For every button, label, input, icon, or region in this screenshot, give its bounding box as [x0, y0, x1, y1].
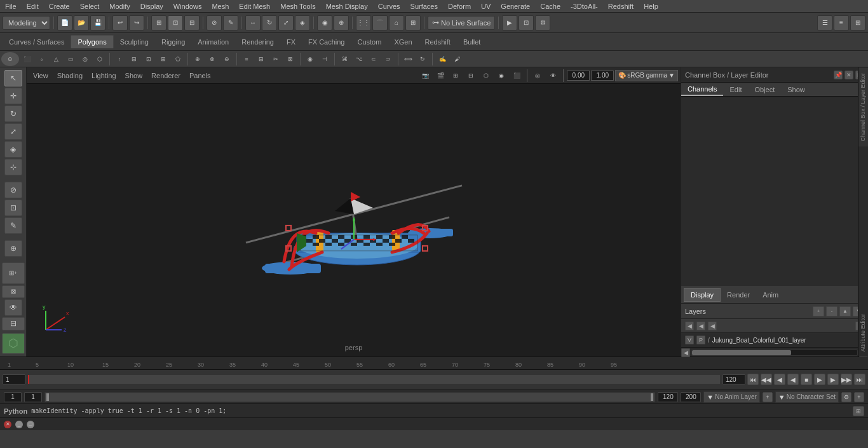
poly-cyl-btn[interactable]: ⬦	[34, 52, 48, 66]
menu-help[interactable]: Help	[639, 1, 663, 11]
ch-tab-show[interactable]: Show	[781, 84, 811, 95]
mirror-btn[interactable]: ⊣	[318, 52, 332, 66]
range-end-120-input[interactable]	[658, 392, 678, 402]
end-frame-input[interactable]	[722, 374, 745, 384]
soft-modification-btn[interactable]: ◉	[317, 15, 332, 31]
select-tool[interactable]: ↖	[4, 70, 22, 86]
move-tool[interactable]: ✛	[4, 88, 22, 104]
menu-create[interactable]: Create	[44, 1, 75, 11]
menu-windows[interactable]: Windows	[168, 1, 207, 11]
menu-edit[interactable]: Edit	[22, 1, 44, 11]
color-space-btn[interactable]: 🎨 sRGB gamma ▼	[615, 70, 678, 81]
range-bar[interactable]	[44, 392, 655, 402]
menu-mesh-display[interactable]: Mesh Display	[321, 1, 373, 11]
bridge-btn[interactable]: ⊟	[127, 52, 141, 66]
translate-tool-btn[interactable]: ↔	[245, 15, 261, 31]
lasso-btn[interactable]: ⊘	[207, 15, 222, 31]
current-frame-input[interactable]	[3, 374, 25, 384]
char-set-btn2[interactable]: +	[854, 392, 864, 402]
vp-grid-btn[interactable]: ⊞	[449, 69, 463, 83]
ch-tab-edit[interactable]: Edit	[723, 84, 748, 95]
poly-torus-btn[interactable]: ◎	[78, 52, 92, 66]
next-frame-btn[interactable]: ▶▶	[841, 374, 852, 385]
ipr-render-btn[interactable]: ⊡	[519, 15, 534, 31]
smooth-btn[interactable]: ◉	[303, 52, 317, 66]
tab-xgen[interactable]: XGen	[388, 36, 418, 48]
menu-select[interactable]: Select	[75, 1, 105, 11]
attribute-editor-toggle[interactable]: ≡	[834, 15, 849, 31]
menu-surfaces[interactable]: Surfaces	[405, 1, 443, 11]
menu-file[interactable]: File	[0, 1, 22, 11]
poly-sphere-btn[interactable]: ⊙	[1, 52, 19, 66]
menu-display[interactable]: Display	[135, 1, 168, 11]
skip-end-btn[interactable]: ⏭	[854, 374, 865, 385]
ch-tab-object[interactable]: Object	[748, 84, 781, 95]
window-maximize-btn[interactable]: □	[27, 421, 34, 428]
layers-scroll-track[interactable]	[691, 350, 858, 356]
vp-xray-btn[interactable]: ◎	[531, 69, 545, 83]
tab-rendering[interactable]: Rendering	[235, 36, 280, 48]
menu-deform[interactable]: Deform	[443, 1, 476, 11]
tab-redshift[interactable]: Redshift	[419, 36, 457, 48]
tab-rigging[interactable]: Rigging	[155, 36, 191, 48]
viewport-canvas[interactable]: x y z persp	[27, 84, 681, 356]
layer-playback-btn[interactable]: P	[696, 336, 705, 344]
redo-btn[interactable]: ↪	[129, 15, 144, 31]
menu-cache[interactable]: Cache	[535, 1, 566, 11]
scale-tool-btn[interactable]: ⤢	[278, 15, 294, 31]
show-manipulator-btn[interactable]: ⊕	[334, 15, 349, 31]
next-key-btn[interactable]: ▶	[827, 374, 839, 385]
frame-start-input[interactable]	[24, 392, 42, 402]
flip-btn[interactable]: ⟺	[401, 52, 415, 66]
multi-cut-btn[interactable]: ⊠	[283, 52, 297, 66]
tab-fx-caching[interactable]: FX Caching	[302, 36, 351, 48]
cb-pin-btn[interactable]: 📌	[834, 71, 843, 79]
tab-custom[interactable]: Custom	[351, 36, 388, 48]
layer-visibility-btn[interactable]: V	[685, 336, 694, 344]
menu-edit-mesh[interactable]: Edit Mesh	[234, 1, 275, 11]
extrude-btn[interactable]: ↑	[112, 52, 126, 66]
scale-input[interactable]	[591, 71, 614, 81]
save-scene-btn[interactable]: 💾	[90, 15, 105, 31]
connect-btn[interactable]: ⌘	[337, 52, 351, 66]
menu-mesh-tools[interactable]: Mesh Tools	[275, 1, 320, 11]
range-start-input[interactable]	[4, 392, 22, 402]
vp-menu-show[interactable]: Show	[121, 71, 147, 81]
render-settings-btn[interactable]: ⚙	[535, 15, 550, 31]
poly-cube-btn[interactable]: ⬛	[20, 52, 34, 66]
toggle-handles-btn[interactable]: ⊠	[2, 285, 25, 299]
window-close-btn[interactable]: ✕	[4, 421, 11, 428]
view-options[interactable]: ⊕	[4, 240, 22, 257]
menu-uv[interactable]: UV	[476, 1, 496, 11]
del-layer-btn[interactable]: -	[826, 306, 837, 316]
play-fwd-btn[interactable]: ▶	[814, 374, 825, 385]
layers-arrow-left3[interactable]: ◀	[708, 322, 717, 330]
prev-frame-btn[interactable]: ◀◀	[761, 374, 772, 385]
vp-menu-panels[interactable]: Panels	[186, 71, 215, 81]
vp-textured-btn[interactable]: ⬛	[510, 69, 524, 83]
layer-scroll-up[interactable]: ▲	[839, 306, 851, 316]
anim-layer-selector[interactable]: ▼ No Anim Layer	[703, 391, 759, 403]
detach-btn[interactable]: ⌥	[352, 52, 366, 66]
undo-btn[interactable]: ↩	[112, 15, 128, 31]
vp-persp-btn[interactable]: 🎬	[433, 69, 447, 83]
custom-tool1[interactable]: ⊹	[4, 159, 22, 175]
sculpt-tool-btn[interactable]: ✍	[435, 52, 449, 66]
char-set-btn1[interactable]: ⚙	[841, 392, 851, 402]
disp-tab-render[interactable]: Render	[721, 288, 756, 301]
vp-isolate-btn[interactable]: 👁	[546, 69, 560, 83]
tab-animation[interactable]: Animation	[191, 36, 235, 48]
skip-start-btn[interactable]: ⏮	[747, 374, 759, 385]
menu-modify[interactable]: Modify	[104, 1, 135, 11]
menu-mesh[interactable]: Mesh	[207, 1, 234, 11]
hide-unsel-btn[interactable]: 👁	[4, 299, 22, 316]
viewport[interactable]: View Shading Lighting Show Renderer Pane…	[27, 67, 681, 356]
play-back-btn[interactable]: ◀	[787, 374, 799, 385]
menu-generate[interactable]: Generate	[496, 1, 535, 11]
merge-btn[interactable]: ⊂	[367, 52, 381, 66]
tool-settings-toggle[interactable]: ⊞	[850, 15, 865, 31]
isolate-sel-btn[interactable]: ⊟	[2, 317, 25, 330]
range-handle-left[interactable]	[46, 393, 49, 401]
boolean-btn[interactable]: ⊖	[220, 52, 234, 66]
range-handle-right[interactable]	[651, 393, 653, 401]
